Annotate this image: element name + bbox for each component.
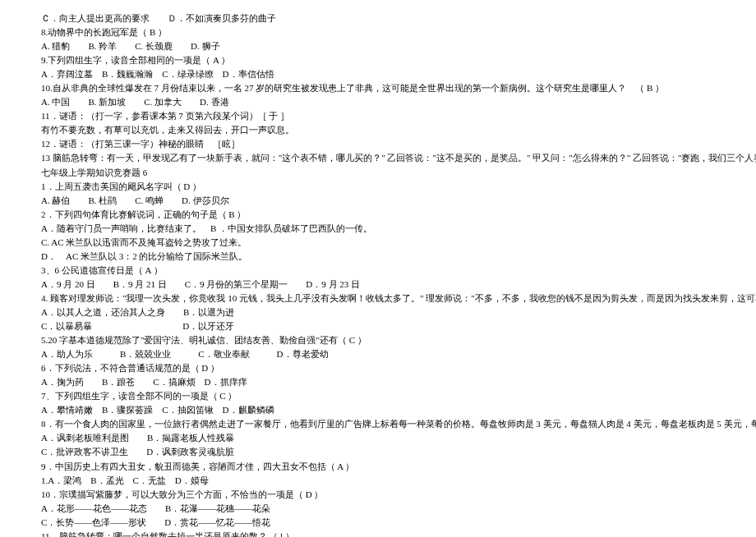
text-line: C．以暴易暴 D．以牙还牙 — [41, 319, 715, 333]
text-line: 10．宗璞描写紫藤梦，可以大致分为三个方面，不恰当的一项是（ D ） — [41, 488, 715, 502]
text-line: A．花形——花色——花态 B．花瀑——花穗——花朵 — [41, 502, 715, 516]
text-line: 4. 顾客对理发师说："我理一次头发，你竟收我 10 元钱，我头上几乎没有头发啊… — [41, 291, 715, 305]
text-line: 8．有一个食人肉的国家里，一位旅行者偶然走进了一家餐厅，他看到厅里的广告牌上标着… — [41, 417, 715, 431]
text-line: C. AC 米兰队以迅雷而不及掩耳盗铃之势攻了过来。 — [41, 236, 715, 250]
text-line: 2．下列四句体育比赛解说词，正确的句子是（ B ） — [41, 208, 715, 222]
text-line: 1．上周五袭击美国的飓风名字叫（ D ） — [41, 180, 715, 194]
text-line: 11．脑筋急转弯：哪一个自然数去掉一半还是原来的数？ （ l ） — [41, 530, 715, 537]
text-line: 9.下列四组生字，读音全部相同的一项是（ A ） — [41, 53, 715, 67]
text-line: 10.自从非典的全球性爆发在 7 月份结束以来，一名 27 岁的研究生被发现患上… — [41, 81, 715, 95]
text-line: A．随着守门员一声哨响，比赛结束了。 B ．中国女排队员破坏了巴西队的一传。 — [41, 222, 715, 236]
text-line: 12．谜语：（打第三课一字）神秘的眼睛 ［眩］ — [41, 137, 715, 151]
text-line: A．弃阔泣墓 B．魏巍瀚瀚 C．绿录绿缭 D．率信估悟 — [41, 67, 715, 81]
text-line: C．长势——色泽——形状 D．赏花——忆花——悟花 — [41, 516, 715, 530]
text-line: 5.20 字基本道德规范除了"爱国守法、明礼诚信、团结友善、勤俭自强"还有（ C… — [41, 333, 715, 347]
text-line: A．掬为药 B．踉苍 C．搞麻烦 D．抓痒痒 — [41, 375, 715, 389]
text-line: A. 猎豹 B. 羚羊 C. 长颈鹿 D. 狮子 — [41, 39, 715, 53]
text-line: 13 脑筋急转弯：有一天，甲发现乙有了一块新手表，就问："这个表不错，哪儿买的？… — [41, 151, 715, 165]
text-line: C．批评政客不讲卫生 D．讽刺政客灵魂肮脏 — [41, 445, 715, 459]
text-line: Ｃ．向主人提出更高的要求 Ｄ．不如演奏贝多芬的曲子 — [41, 11, 715, 25]
text-line: 6．下列说法，不符合普通话规范的是（ D ） — [41, 361, 715, 375]
text-line: D． AC 米兰队以 3：2 的比分输给了国际米兰队。 — [41, 250, 715, 264]
text-line: 1.A．梁鸿 B．孟光 C．无盐 D．嫫母 — [41, 474, 715, 488]
text-line: A．攀情靖嫩 B．骤探荟躁 C．抽囟笛锹 D．麒麟鳞磷 — [41, 403, 715, 417]
text-line: 3、6 公民道德宣传日是（ A ） — [41, 264, 715, 278]
text-line: A．以其人之道，还治其人之身 B．以退为进 — [41, 305, 715, 319]
text-line: 11．谜语：（打一字，参看课本第 7 页第六段某个词）［ 于 ］ — [41, 109, 715, 123]
text-line: 七年级上学期知识竞赛题 6 — [41, 166, 715, 180]
text-line: A．9 月 20 日 B．9 月 21 日 C．9 月份的第三个星期一 D．9 … — [41, 278, 715, 291]
text-line: A. 赫伯 B. 杜鹃 C. 鸣蝉 D. 伊莎贝尔 — [41, 194, 715, 208]
text-line: A. 中国 B. 新加坡 C. 加拿大 D. 香港 — [41, 95, 715, 109]
text-line: A．助人为乐 B．兢兢业业 C．敬业奉献 D．尊老爱幼 — [41, 347, 715, 361]
text-line: 7、下列四组生字，读音全部不同的一项是（ C ） — [41, 389, 715, 403]
text-line: 有竹不要充数，有草可以充饥，走来又得回去，开口一声叹息。 — [41, 123, 715, 137]
text-line: 9．中国历史上有四大丑女，貌丑而德美，容陋而才佳，四大丑女不包括（ A ） — [41, 460, 715, 474]
text-line: A．讽刺老板唯利是图 B．揭露老板人性残暴 — [41, 431, 715, 445]
text-line: 8.动物界中的长跑冠军是（ B ） — [41, 25, 715, 39]
